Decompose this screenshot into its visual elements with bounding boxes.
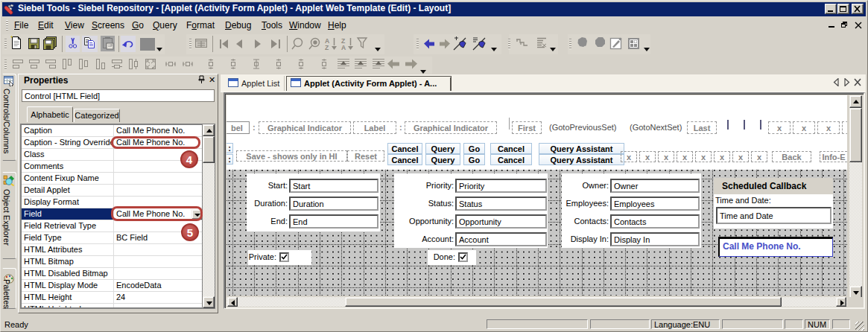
svg-text:Z: Z [325, 44, 329, 51]
svg-text:A: A [341, 44, 346, 51]
